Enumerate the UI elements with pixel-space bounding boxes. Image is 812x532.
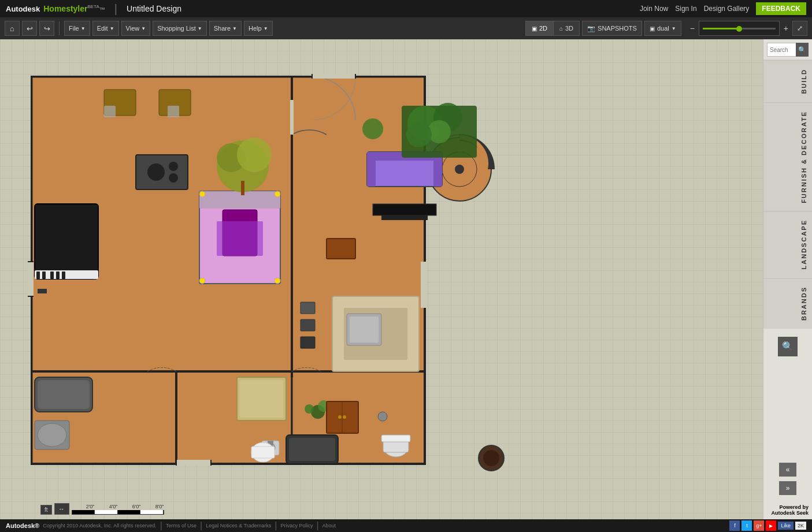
dual-icon: ▣: [650, 25, 655, 32]
join-now-link[interactable]: Join Now: [640, 5, 668, 13]
view-2d-icon: ▣: [532, 25, 537, 32]
footer-about-link[interactable]: About: [322, 523, 336, 529]
svg-point-54: [38, 423, 66, 447]
sidebar-tab-brands[interactable]: BRANDS: [763, 278, 812, 329]
right-sidebar: 🔍 BUILD FURNISH & DECORATE LANDSCAPE BRA…: [763, 39, 812, 519]
feedback-button[interactable]: FEEDBACK: [756, 2, 806, 15]
help-menu[interactable]: Help ▼: [244, 21, 273, 36]
zoom-slider[interactable]: [699, 21, 780, 36]
edit-menu[interactable]: Edit ▼: [92, 21, 119, 36]
google-icon[interactable]: g+: [754, 520, 764, 531]
shopping-chevron-icon: ▼: [198, 26, 202, 31]
svg-point-14: [455, 165, 464, 174]
logo-area: Autodesk HomestylerBETA™ | Untitled Desi…: [6, 2, 181, 16]
svg-rect-35: [62, 271, 65, 279]
snapshots-button[interactable]: 📷 SNAPSHOTS: [582, 21, 642, 36]
svg-point-79: [483, 450, 499, 466]
svg-point-77: [378, 412, 387, 421]
share-chevron-icon: ▼: [232, 26, 237, 31]
svg-rect-24: [217, 221, 263, 256]
measure-button[interactable]: ↔: [54, 503, 69, 515]
zoom-out-button[interactable]: −: [688, 24, 696, 33]
camera-icon: 📷: [587, 25, 595, 32]
home-icon: ⌂: [10, 24, 14, 33]
shopping-list-menu[interactable]: Shopping List ▼: [153, 21, 207, 36]
dual-button[interactable]: ▣ dual ▼: [644, 21, 681, 36]
like-button[interactable]: Like: [778, 522, 794, 530]
footer-bar: Autodesk® Copyright 2010 Autodesk, Inc. …: [0, 519, 812, 532]
footer-terms-link[interactable]: Terms of Use: [166, 523, 196, 529]
footer-separator-4: |: [316, 520, 318, 531]
svg-rect-29: [35, 204, 98, 279]
file-menu[interactable]: File ▼: [64, 21, 90, 36]
svg-rect-65: [251, 447, 275, 458]
help-chevron-icon: ▼: [264, 26, 268, 31]
facebook-icon[interactable]: f: [729, 520, 740, 531]
svg-rect-57: [381, 435, 410, 442]
toolbar: ⌂ ↩ ↪ File ▼ Edit ▼ View ▼ Shopping List…: [0, 17, 812, 39]
view-mode-group: ▣ 2D ⌂ 3D: [525, 21, 580, 36]
svg-rect-91: [312, 74, 355, 79]
sidebar-tab-furnish[interactable]: FURNISH & DECORATE: [763, 102, 812, 211]
zoom-track: [703, 28, 776, 29]
footer-privacy-link[interactable]: Privacy Policy: [280, 523, 313, 529]
redo-button[interactable]: ↪: [39, 21, 54, 36]
sidebar-tab-build[interactable]: BUILD: [763, 60, 812, 102]
fullscreen-button[interactable]: ⤢: [792, 21, 807, 36]
svg-rect-36: [38, 289, 47, 293]
svg-rect-89: [240, 380, 283, 418]
svg-point-27: [199, 278, 205, 284]
collapse-area: « »: [763, 457, 812, 501]
toolbar-separator-1: [59, 21, 60, 35]
svg-rect-34: [56, 271, 60, 279]
svg-point-87: [343, 415, 346, 419]
zoom-fill: [703, 28, 739, 29]
svg-rect-33: [50, 271, 54, 279]
svg-rect-17: [367, 152, 376, 187]
svg-point-28: [275, 278, 280, 284]
collapse-up-button[interactable]: «: [779, 463, 796, 477]
sign-in-link[interactable]: Sign In: [675, 5, 696, 13]
footer-separator-3: |: [275, 520, 277, 531]
footer-copyright-text: Copyright 2010 Autodesk, Inc. All rights…: [43, 523, 157, 529]
svg-point-25: [199, 191, 205, 197]
svg-rect-31: [36, 271, 40, 279]
canvas-area[interactable]: ft ↔ 2'0" 4'0" 6'0" 8'0": [0, 39, 763, 519]
sidebar-magnify-button[interactable]: 🔍: [778, 337, 798, 356]
svg-rect-72: [301, 319, 315, 331]
home-button[interactable]: ⌂: [5, 21, 20, 36]
sidebar-tab-landscape[interactable]: LANDSCAPE: [763, 211, 812, 277]
undo-button[interactable]: ↩: [22, 21, 37, 36]
view-menu[interactable]: View ▼: [121, 21, 151, 36]
svg-point-39: [169, 162, 178, 171]
file-chevron-icon: ▼: [81, 26, 86, 31]
collapse-down-button[interactable]: »: [779, 481, 796, 495]
youtube-icon[interactable]: ▶: [766, 520, 776, 531]
svg-rect-19: [373, 204, 436, 215]
powered-by-label: Powered by Autodesk Seek: [763, 501, 812, 519]
zoom-thumb[interactable]: [736, 26, 742, 32]
share-menu[interactable]: Share ▼: [209, 21, 242, 36]
view-3d-button[interactable]: ⌂ 3D: [554, 21, 579, 35]
svg-rect-82: [104, 106, 116, 117]
design-gallery-link[interactable]: Design Gallery: [704, 5, 750, 13]
dual-chevron-icon: ▼: [672, 26, 676, 31]
footer-logo: Autodesk®: [6, 522, 39, 529]
top-right-nav: Join Now Sign In Design Gallery FEEDBACK: [640, 2, 806, 15]
twitter-icon[interactable]: t: [741, 520, 752, 531]
view-2d-button[interactable]: ▣ 2D: [526, 21, 554, 35]
autodesk-logo: Autodesk: [6, 5, 40, 13]
unit-button[interactable]: ft: [40, 505, 52, 515]
like-count: 2K: [795, 522, 806, 530]
svg-point-86: [338, 415, 342, 419]
footer-separator-2: |: [200, 520, 202, 531]
fullscreen-icon: ⤢: [797, 24, 803, 32]
zoom-in-button[interactable]: +: [782, 24, 790, 33]
svg-point-40: [169, 173, 178, 183]
svg-rect-22: [199, 191, 280, 209]
sidebar-search-go-button[interactable]: 🔍: [796, 43, 809, 57]
footer-legal-link[interactable]: Legal Notices & Trademarks: [206, 523, 271, 529]
edit-chevron-icon: ▼: [110, 26, 114, 31]
svg-rect-100: [421, 262, 427, 308]
view-chevron-icon: ▼: [141, 26, 146, 31]
